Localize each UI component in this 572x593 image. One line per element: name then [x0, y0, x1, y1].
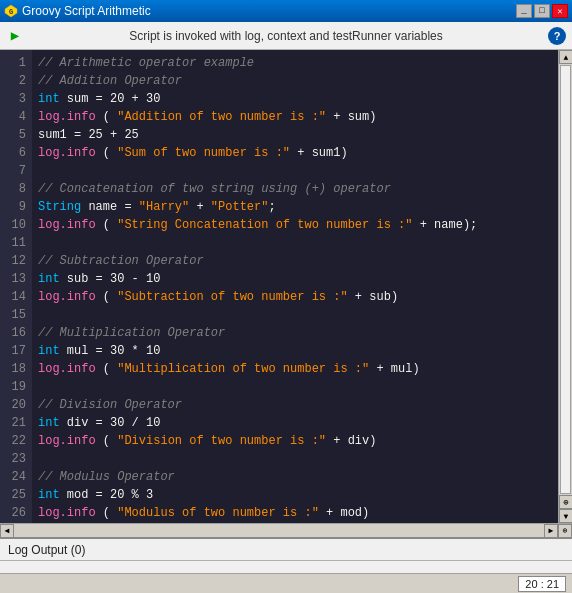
log-output-header: Log Output (0)	[0, 539, 572, 561]
code-line: log.info ( "String Concatenation of two …	[38, 216, 552, 234]
code-line	[38, 306, 552, 324]
code-line: log.info ( "Addition of two number is :"…	[38, 108, 552, 126]
line-numbers: 1234567891011121314151617181920212223242…	[0, 50, 32, 523]
line-number: 26	[6, 504, 26, 522]
line-number: 7	[6, 162, 26, 180]
code-line: // Addition Operator	[38, 72, 552, 90]
horizontal-scrollbar[interactable]: ◀ ▶ ⊕	[0, 523, 572, 537]
line-number: 23	[6, 450, 26, 468]
line-number: 21	[6, 414, 26, 432]
scroll-thumb-vertical[interactable]	[560, 65, 571, 494]
help-button[interactable]: ?	[548, 27, 566, 45]
toolbar: ▶ Script is invoked with log, context an…	[0, 22, 572, 50]
line-number: 14	[6, 288, 26, 306]
log-output-label: Log Output (0)	[8, 543, 85, 557]
status-bar: 20 : 21	[0, 573, 572, 593]
code-line	[38, 378, 552, 396]
code-line: int sub = 30 - 10	[38, 270, 552, 288]
code-line: log.info ( "Modulus of two number is :" …	[38, 504, 552, 522]
code-line	[38, 522, 552, 523]
title-bar: G Groovy Script Arithmetic _ □ ✕	[0, 0, 572, 22]
code-line: // Arithmetic operator example	[38, 54, 552, 72]
code-line	[38, 162, 552, 180]
minimize-button[interactable]: _	[516, 4, 532, 18]
line-number: 25	[6, 486, 26, 504]
scroll-bottom-icon[interactable]: ⊕	[559, 495, 572, 509]
hscroll-track	[14, 524, 544, 538]
line-number: 15	[6, 306, 26, 324]
editor-scroll[interactable]: 1234567891011121314151617181920212223242…	[0, 50, 558, 523]
scroll-up-button[interactable]: ▲	[559, 50, 572, 64]
line-number: 9	[6, 198, 26, 216]
code-line	[38, 450, 552, 468]
line-number: 8	[6, 180, 26, 198]
code-line: log.info ( "Multiplication of two number…	[38, 360, 552, 378]
line-number: 13	[6, 270, 26, 288]
code-line: // Concatenation of two string using (+)…	[38, 180, 552, 198]
code-line: int mod = 20 % 3	[38, 486, 552, 504]
code-line: log.info ( "Sum of two number is :" + su…	[38, 144, 552, 162]
svg-text:G: G	[9, 8, 13, 16]
line-number: 18	[6, 360, 26, 378]
line-number: 11	[6, 234, 26, 252]
line-number: 6	[6, 144, 26, 162]
code-line: // Multiplication Operator	[38, 324, 552, 342]
editor-container: 1234567891011121314151617181920212223242…	[0, 50, 572, 523]
code-line: // Modulus Operator	[38, 468, 552, 486]
line-number: 2	[6, 72, 26, 90]
code-line	[38, 234, 552, 252]
hscroll-end-icon[interactable]: ⊕	[558, 524, 572, 538]
line-number: 12	[6, 252, 26, 270]
line-number: 4	[6, 108, 26, 126]
code-line: int div = 30 / 10	[38, 414, 552, 432]
line-number: 27	[6, 522, 26, 523]
code-line: int mul = 30 * 10	[38, 342, 552, 360]
run-button[interactable]: ▶	[6, 27, 24, 45]
scroll-down-button[interactable]: ▼	[559, 509, 572, 523]
line-number: 16	[6, 324, 26, 342]
code-line: int sum = 20 + 30	[38, 90, 552, 108]
line-number: 1	[6, 54, 26, 72]
toolbar-info-text: Script is invoked with log, context and …	[28, 29, 544, 43]
maximize-button[interactable]: □	[534, 4, 550, 18]
code-area[interactable]: // Arithmetic operator example// Additio…	[32, 50, 558, 523]
cursor-position: 20 : 21	[518, 576, 566, 592]
line-number: 10	[6, 216, 26, 234]
close-button[interactable]: ✕	[552, 4, 568, 18]
line-number: 5	[6, 126, 26, 144]
code-line: log.info ( "Subtraction of two number is…	[38, 288, 552, 306]
window-title: Groovy Script Arithmetic	[22, 4, 512, 18]
scroll-right-button[interactable]: ▶	[544, 524, 558, 538]
code-line: sum1 = 25 + 25	[38, 126, 552, 144]
app-icon: G	[4, 4, 18, 18]
code-line: // Subtraction Operator	[38, 252, 552, 270]
line-number: 3	[6, 90, 26, 108]
code-line: String name = "Harry" + "Potter";	[38, 198, 552, 216]
window-controls: _ □ ✕	[516, 4, 568, 18]
code-line: log.info ( "Division of two number is :"…	[38, 432, 552, 450]
vertical-scrollbar[interactable]: ▲ ⊕ ▼	[558, 50, 572, 523]
scroll-left-button[interactable]: ◀	[0, 524, 14, 538]
line-number: 22	[6, 432, 26, 450]
log-output-panel: Log Output (0)	[0, 537, 572, 573]
line-number: 19	[6, 378, 26, 396]
line-number: 20	[6, 396, 26, 414]
code-line: // Division Operator	[38, 396, 552, 414]
line-number: 24	[6, 468, 26, 486]
line-number: 17	[6, 342, 26, 360]
